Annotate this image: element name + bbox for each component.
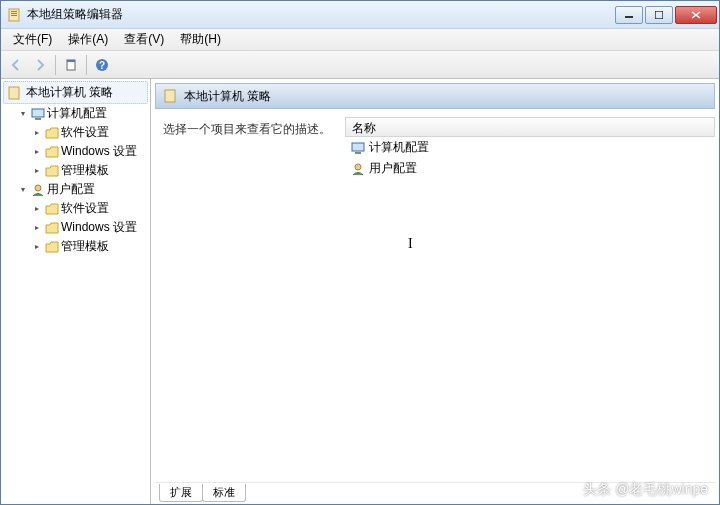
folder-icon: [45, 221, 59, 235]
svg-rect-16: [355, 152, 361, 154]
content-pane: 本地计算机 策略 选择一个项目来查看它的描述。 名称 计算机配置 用户配置: [151, 79, 719, 504]
svg-rect-2: [11, 13, 17, 14]
computer-icon: [351, 141, 365, 155]
folder-icon: [45, 145, 59, 159]
maximize-button[interactable]: [645, 6, 673, 24]
toolbar-separator: [55, 55, 56, 75]
tab-standard[interactable]: 标准: [202, 484, 246, 502]
svg-text:?: ?: [99, 60, 105, 71]
computer-icon: [31, 107, 45, 121]
expander-icon[interactable]: [17, 108, 29, 120]
window-controls: [615, 6, 717, 24]
svg-rect-10: [9, 87, 19, 99]
expander-icon[interactable]: [17, 184, 29, 196]
content-title: 本地计算机 策略: [184, 88, 271, 105]
tree-software-settings[interactable]: 软件设置: [31, 123, 148, 142]
expander-icon[interactable]: [31, 241, 43, 253]
content-header: 本地计算机 策略: [155, 83, 715, 109]
list-item-label: 计算机配置: [369, 139, 429, 156]
tree-admin-templates-user[interactable]: 管理模板: [31, 237, 148, 256]
window-title: 本地组策略编辑器: [27, 6, 615, 23]
expander-icon[interactable]: [31, 222, 43, 234]
menu-action[interactable]: 操作(A): [60, 29, 116, 50]
close-button[interactable]: [675, 6, 717, 24]
description-column: 选择一个项目来查看它的描述。: [155, 117, 345, 482]
help-button[interactable]: ?: [91, 54, 113, 76]
tree-windows-settings-user[interactable]: Windows 设置: [31, 218, 148, 237]
tree-computer-config[interactable]: 计算机配置: [17, 104, 148, 123]
name-column-header[interactable]: 名称: [345, 117, 715, 137]
user-icon: [31, 183, 45, 197]
tree-label: Windows 设置: [61, 219, 137, 236]
tree-pane[interactable]: 本地计算机 策略 计算机配置 软件设置: [1, 79, 151, 504]
window-frame: 本地组策略编辑器 文件(F) 操作(A) 查看(V) 帮助(H) ? 本地计算机…: [0, 0, 720, 505]
user-icon: [351, 162, 365, 176]
tab-extended[interactable]: 扩展: [159, 484, 203, 502]
toolbar-separator: [86, 55, 87, 75]
menu-help[interactable]: 帮助(H): [172, 29, 229, 50]
tree-software-settings-user[interactable]: 软件设置: [31, 199, 148, 218]
svg-rect-4: [625, 16, 633, 18]
content-body: 选择一个项目来查看它的描述。 名称 计算机配置 用户配置: [151, 109, 719, 482]
svg-rect-5: [655, 11, 663, 19]
folder-icon: [45, 202, 59, 216]
folder-icon: [45, 126, 59, 140]
tree-windows-settings[interactable]: Windows 设置: [31, 142, 148, 161]
forward-button[interactable]: [29, 54, 51, 76]
toolbar: ?: [1, 51, 719, 79]
svg-rect-1: [11, 11, 17, 12]
back-button[interactable]: [5, 54, 27, 76]
svg-point-17: [355, 164, 361, 170]
minimize-button[interactable]: [615, 6, 643, 24]
list-column: 名称 计算机配置 用户配置: [345, 117, 715, 482]
tree-admin-templates[interactable]: 管理模板: [31, 161, 148, 180]
description-text: 选择一个项目来查看它的描述。: [163, 122, 331, 136]
tree-label: 计算机配置: [47, 105, 107, 122]
tree-label: 管理模板: [61, 162, 109, 179]
svg-rect-12: [35, 118, 41, 120]
tree-label: 用户配置: [47, 181, 95, 198]
titlebar: 本地组策略编辑器: [1, 1, 719, 29]
gpedit-icon: [7, 7, 23, 23]
tree-root[interactable]: 本地计算机 策略: [3, 81, 148, 104]
folder-icon: [45, 240, 59, 254]
folder-icon: [45, 164, 59, 178]
expander-icon[interactable]: [31, 165, 43, 177]
expander-icon[interactable]: [31, 203, 43, 215]
expander-icon[interactable]: [31, 146, 43, 158]
watermark: 头条 @老毛桃winpe: [583, 481, 708, 499]
properties-button[interactable]: [60, 54, 82, 76]
tree-label: 管理模板: [61, 238, 109, 255]
menu-view[interactable]: 查看(V): [116, 29, 172, 50]
menubar: 文件(F) 操作(A) 查看(V) 帮助(H): [1, 29, 719, 51]
tree-label: Windows 设置: [61, 143, 137, 160]
svg-rect-3: [11, 15, 17, 16]
svg-point-13: [35, 185, 41, 191]
svg-rect-7: [67, 60, 75, 62]
svg-rect-11: [32, 109, 44, 117]
menu-file[interactable]: 文件(F): [5, 29, 60, 50]
svg-rect-15: [352, 143, 364, 151]
expander-icon[interactable]: [31, 127, 43, 139]
body: 本地计算机 策略 计算机配置 软件设置: [1, 79, 719, 504]
list-item-label: 用户配置: [369, 160, 417, 177]
tree-root-label: 本地计算机 策略: [26, 84, 113, 101]
text-cursor-icon: I: [408, 236, 413, 252]
list-item-computer[interactable]: 计算机配置: [345, 137, 715, 158]
tree-user-config[interactable]: 用户配置: [17, 180, 148, 199]
tree-label: 软件设置: [61, 124, 109, 141]
tree-label: 软件设置: [61, 200, 109, 217]
svg-rect-14: [165, 90, 175, 102]
policy-icon: [8, 86, 22, 100]
list-item-user[interactable]: 用户配置: [345, 158, 715, 179]
policy-icon: [164, 89, 178, 103]
